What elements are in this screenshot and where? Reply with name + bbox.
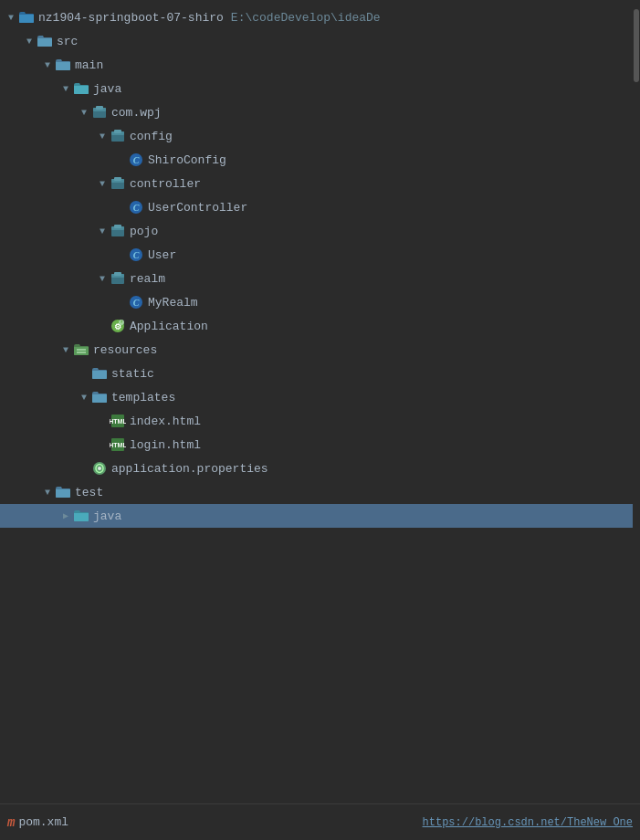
folder-blue-icon-root	[18, 9, 35, 26]
arrow-open-java[interactable]	[58, 81, 73, 96]
item-label-config: config	[130, 130, 173, 143]
item-label-realm: realm	[130, 272, 165, 286]
tree-item-test-java[interactable]: java	[0, 504, 640, 528]
item-path-root: E:\codeDevelop\ideaDe	[231, 11, 381, 25]
scrollbar-thumb[interactable]	[634, 9, 639, 82]
item-label-test-java: java	[93, 509, 121, 523]
svg-text:C: C	[133, 203, 140, 213]
arrow-open-config[interactable]	[95, 129, 110, 143]
tree-item-index.html[interactable]: HTML index.html	[0, 409, 640, 433]
item-label-controller: controller	[130, 177, 201, 191]
arrow-open-realm[interactable]	[95, 271, 110, 286]
item-label-templates: templates	[111, 391, 175, 404]
item-label-resources: resources	[93, 343, 157, 357]
pom-label[interactable]: pom.xml	[18, 815, 68, 829]
tree-item-UserController[interactable]: C UserController	[0, 195, 640, 219]
tree-item-java[interactable]: java	[0, 77, 640, 100]
tree-item-templates[interactable]: templates	[0, 385, 640, 409]
svg-point-33	[98, 467, 101, 470]
arrow-open-test[interactable]	[40, 485, 55, 499]
tree-item-MyRealm[interactable]: C MyRealm	[0, 290, 640, 314]
svg-text:C: C	[133, 155, 140, 165]
arrow-open-com.wpj[interactable]	[77, 105, 91, 120]
svg-text:HTML: HTML	[110, 442, 126, 448]
item-label-pojo: pojo	[130, 225, 158, 238]
tree-item-root[interactable]: nz1904-springboot-07-shiroE:\codeDevelop…	[0, 5, 640, 29]
arrow-open-root[interactable]	[4, 10, 18, 25]
package-icon-config	[110, 128, 126, 144]
class-icon-User: C	[128, 247, 144, 263]
arrow-empty-login.html	[95, 437, 110, 452]
springboot-icon-Application: ⚙	[110, 318, 126, 334]
package-icon-com.wpj	[91, 104, 108, 121]
arrow-closed-test-java[interactable]	[58, 509, 73, 523]
folder-teal-icon-java	[73, 80, 89, 97]
tree-item-ShiroConfig[interactable]: C ShiroConfig	[0, 148, 640, 172]
tree-item-resources[interactable]: resources	[0, 338, 640, 362]
tree-item-Application[interactable]: ⚙ Application	[0, 314, 640, 338]
svg-rect-5	[114, 130, 121, 133]
arrow-open-main[interactable]	[40, 58, 55, 72]
item-label-UserController: UserController	[148, 201, 247, 215]
svg-text:C: C	[133, 250, 140, 260]
folder-plain-icon-templates	[91, 389, 108, 405]
bottom-left: m pom.xml	[7, 815, 68, 830]
item-label-root: nz1904-springboot-07-shiro	[38, 11, 224, 25]
tree-item-main[interactable]: main	[0, 53, 640, 77]
class-icon-ShiroConfig: C	[128, 152, 144, 168]
arrow-empty-User	[113, 247, 128, 262]
svg-text:C: C	[133, 298, 140, 308]
scrollbar[interactable]	[633, 0, 640, 803]
tree-item-realm[interactable]: realm	[0, 267, 640, 290]
html-icon-login.html: HTML	[110, 436, 126, 453]
tree-item-src[interactable]: src	[0, 29, 640, 53]
tree-item-controller[interactable]: controller	[0, 172, 640, 195]
arrow-open-resources[interactable]	[58, 342, 73, 357]
item-label-login.html: login.html	[130, 438, 201, 452]
tree-item-test[interactable]: test	[0, 480, 640, 504]
class-icon-MyRealm: C	[128, 294, 144, 310]
svg-text:HTML: HTML	[110, 418, 126, 425]
properties-icon-application.properties	[91, 460, 108, 477]
tree-item-com.wpj[interactable]: com.wpj	[0, 100, 640, 124]
folder-teal-icon-test-java	[73, 508, 89, 524]
folder-plain-icon-static	[91, 365, 108, 382]
item-label-MyRealm: MyRealm	[148, 296, 198, 310]
arrow-open-pojo[interactable]	[95, 224, 110, 238]
arrow-open-controller[interactable]	[95, 176, 110, 191]
tree-item-User[interactable]: C User	[0, 243, 640, 267]
svg-rect-2	[96, 106, 103, 110]
arrow-empty-MyRealm	[113, 295, 128, 310]
folder-plain-icon-src	[37, 33, 53, 49]
file-tree[interactable]: nz1904-springboot-07-shiroE:\codeDevelop…	[0, 0, 640, 803]
item-label-ShiroConfig: ShiroConfig	[148, 153, 226, 167]
tree-item-pojo[interactable]: pojo	[0, 219, 640, 243]
tree-item-application.properties[interactable]: application.properties	[0, 457, 640, 480]
item-label-application.properties: application.properties	[111, 462, 268, 476]
folder-plain-icon-main	[55, 57, 71, 73]
package-icon-realm	[110, 270, 126, 287]
item-label-java: java	[93, 82, 121, 96]
item-label-Application: Application	[130, 320, 208, 333]
svg-rect-15	[114, 225, 121, 228]
arrow-open-src[interactable]	[22, 34, 37, 48]
item-label-src: src	[57, 35, 78, 48]
svg-rect-20	[114, 272, 121, 276]
arrow-empty-index.html	[95, 414, 110, 428]
item-label-index.html: index.html	[130, 415, 201, 428]
tree-item-static[interactable]: static	[0, 362, 640, 385]
arrow-empty-ShiroConfig	[113, 152, 128, 167]
arrow-empty-UserController	[113, 200, 128, 215]
arrow-open-templates[interactable]	[77, 390, 91, 404]
arrow-empty-Application	[95, 319, 110, 333]
bottom-bar: m pom.xml https://blog.csdn.net/TheNew_O…	[0, 803, 640, 840]
blog-link[interactable]: https://blog.csdn.net/TheNew_One	[423, 816, 633, 829]
tree-item-login.html[interactable]: HTML login.html	[0, 433, 640, 457]
svg-rect-10	[114, 177, 121, 181]
item-label-main: main	[75, 58, 103, 72]
tree-item-config[interactable]: config	[0, 124, 640, 148]
item-label-test: test	[75, 486, 103, 499]
class-icon-UserController: C	[128, 199, 144, 215]
item-label-User: User	[148, 248, 176, 262]
package-icon-controller	[110, 175, 126, 192]
